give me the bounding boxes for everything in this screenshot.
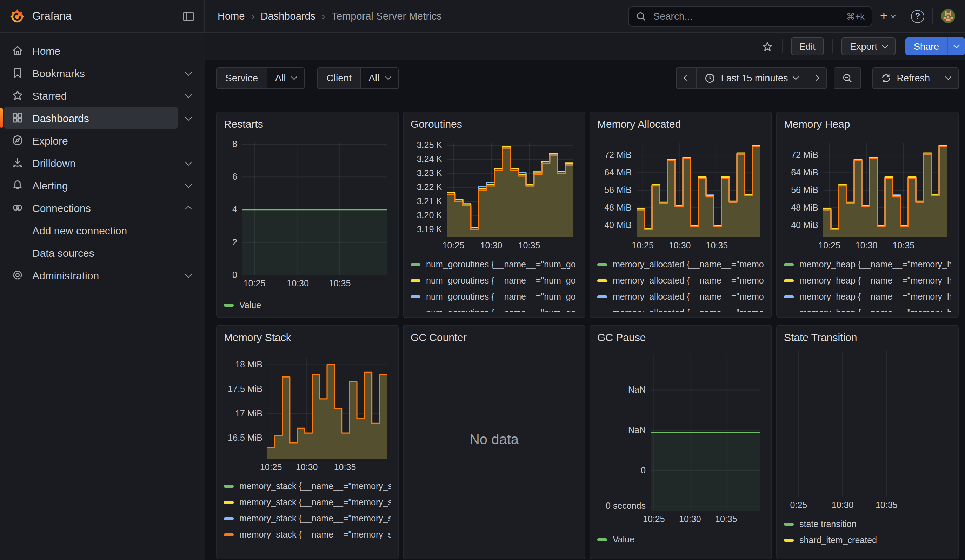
sidebar-item-label: Data sources: [32, 247, 95, 259]
legend-item[interactable]: memory_stack {__name__="memory_s: [224, 512, 391, 525]
gear-icon: [11, 269, 24, 281]
legend-item[interactable]: Value: [597, 533, 764, 546]
panel-title[interactable]: Memory Allocated: [597, 116, 764, 132]
legend-item[interactable]: state transition: [784, 518, 951, 531]
sidebar-toggle-icon[interactable]: [183, 10, 195, 22]
legend: memory_heap {__name__="memory_hmemory_he…: [784, 258, 951, 312]
goroutines-chart[interactable]: 3.25 K3.24 K3.23 K3.22 K3.21 K3.20 K3.19…: [411, 139, 577, 253]
panel-title[interactable]: GC Pause: [597, 330, 764, 345]
legend-item[interactable]: memory_heap {__name__="memory_h: [784, 291, 951, 303]
chevron-down-icon[interactable]: [185, 69, 192, 75]
svg-text:48 MiB: 48 MiB: [604, 202, 631, 212]
legend-item[interactable]: memory_stack {__name__="memory_s: [224, 496, 391, 509]
legend-item[interactable]: memory_allocated {__name__="memo: [597, 307, 764, 312]
service-filter-value[interactable]: All: [267, 68, 304, 88]
svg-text:10:25: 10:25: [643, 514, 665, 524]
svg-text:NaN: NaN: [628, 425, 646, 435]
chevron-down-icon[interactable]: [185, 113, 192, 120]
legend-item[interactable]: shard_item_created: [784, 534, 951, 547]
share-button[interactable]: Share: [905, 37, 947, 56]
client-filter[interactable]: Client All: [317, 67, 399, 89]
legend-item[interactable]: memory_heap {__name__="memory_h: [784, 274, 951, 287]
legend-marker: [411, 279, 420, 282]
sidebar-item-home[interactable]: Home: [0, 39, 205, 62]
grafana-logo[interactable]: [10, 9, 25, 23]
search-bar[interactable]: ⌘+k: [628, 6, 872, 26]
divider: [903, 8, 903, 24]
memory-stack-chart[interactable]: 18 MiB17.5 MiB17 MiB16.5 MiB10:2510:3010…: [224, 354, 391, 474]
time-forward-button[interactable]: [805, 68, 826, 88]
sidebar-item-add-new-connection[interactable]: Add new connection: [0, 219, 205, 242]
search-input[interactable]: [652, 10, 841, 23]
brand-area: Grafana: [0, 0, 205, 32]
sidebar-item-drilldown[interactable]: Drilldown: [0, 152, 205, 174]
sidebar-item-dashboards[interactable]: Dashboards: [0, 107, 205, 129]
chevron-down-icon[interactable]: [185, 158, 192, 165]
chevron-down-icon[interactable]: [185, 181, 192, 188]
legend-item[interactable]: memory_allocated {__name__="memo: [597, 274, 764, 287]
time-range-picker[interactable]: Last 15 minutes: [697, 68, 806, 88]
legend-item[interactable]: memory_stack {__name__="memory_s: [224, 528, 391, 541]
refresh-button[interactable]: Refresh: [873, 68, 938, 88]
zoom-out-button[interactable]: [833, 67, 861, 89]
memory-allocated-chart[interactable]: 72 MiB64 MiB56 MiB48 MiB40 MiB10:2510:30…: [597, 139, 764, 253]
restarts-chart[interactable]: 8642010:2510:3010:35: [224, 136, 391, 292]
star-icon: [11, 89, 24, 102]
panel-title[interactable]: State Transition: [784, 330, 951, 345]
legend-item[interactable]: memory_heap {__name__="memory_h: [784, 258, 951, 271]
grid-icon: [11, 112, 24, 124]
gc-pause-chart[interactable]: NaNNaN00 seconds10:2510:3010:35: [597, 349, 764, 526]
legend-marker: [597, 296, 607, 298]
legend: state transitionshard_item_created: [784, 518, 951, 547]
client-filter-value[interactable]: All: [360, 68, 397, 88]
legend: Value: [224, 299, 391, 312]
sidebar-item-connections[interactable]: Connections: [0, 196, 205, 219]
add-new-button[interactable]: +: [880, 10, 895, 22]
chevron-up-icon[interactable]: [185, 205, 192, 212]
chevron-down-icon[interactable]: [185, 91, 192, 98]
sidebar-item-label: Connections: [32, 202, 91, 214]
user-avatar[interactable]: [940, 8, 956, 24]
sidebar-nav: HomeBookmarksStarredDashboardsExploreDri…: [0, 33, 205, 560]
share-dropdown-button[interactable]: [947, 37, 965, 56]
legend-item[interactable]: Value: [224, 299, 391, 312]
help-icon[interactable]: ?: [911, 10, 924, 23]
panel-title[interactable]: Memory Heap: [784, 116, 951, 132]
sidebar-item-starred[interactable]: Starred: [0, 84, 205, 107]
sidebar-item-administration[interactable]: Administration: [0, 264, 205, 286]
legend-item[interactable]: num_goroutines {__name__="num_go: [411, 274, 577, 287]
legend-item[interactable]: num_goroutines {__name__="num_go: [411, 307, 577, 312]
panel-title[interactable]: Restarts: [224, 116, 391, 132]
export-button[interactable]: Export: [841, 37, 896, 56]
panel-title[interactable]: Goroutines: [411, 116, 577, 132]
refresh-interval-dropdown[interactable]: [938, 68, 958, 88]
legend-item[interactable]: memory_allocated {__name__="memo: [597, 291, 764, 303]
svg-text:10:30: 10:30: [669, 240, 691, 250]
legend-item[interactable]: memory_heap {__name__="memory_h: [784, 307, 951, 312]
service-filter[interactable]: Service All: [216, 67, 305, 89]
legend-item[interactable]: memory_stack {__name__="memory_s: [224, 480, 391, 493]
breadcrumb-item-dashboards[interactable]: Dashboards: [261, 11, 316, 22]
panel-title[interactable]: GC Counter: [411, 330, 577, 345]
client-filter-label: Client: [318, 68, 360, 88]
breadcrumb-item-home[interactable]: Home: [218, 11, 245, 22]
legend-marker: [224, 533, 234, 536]
time-back-button[interactable]: [677, 68, 697, 88]
sidebar-item-data-sources[interactable]: Data sources: [0, 242, 205, 264]
legend-item[interactable]: memory_allocated {__name__="memo: [597, 258, 764, 271]
sidebar-item-label: Administration: [32, 269, 99, 281]
sidebar-item-explore[interactable]: Explore: [0, 129, 205, 152]
svg-text:40 MiB: 40 MiB: [791, 220, 818, 230]
sidebar-item-bookmarks[interactable]: Bookmarks: [0, 62, 205, 84]
favorite-star-icon[interactable]: [761, 40, 773, 52]
panel-title[interactable]: Memory Stack: [224, 330, 391, 345]
memory-heap-chart[interactable]: 72 MiB64 MiB56 MiB48 MiB40 MiB10:2510:30…: [784, 139, 951, 253]
edit-button[interactable]: Edit: [791, 37, 824, 56]
panel-restarts: Restarts 8642010:2510:3010:35 Value: [216, 112, 399, 318]
chevron-down-icon[interactable]: [185, 271, 192, 278]
legend-item[interactable]: num_goroutines {__name__="num_go: [411, 258, 577, 271]
legend-item[interactable]: num_goroutines {__name__="num_go: [411, 291, 577, 303]
no-data-message: No data: [411, 345, 577, 533]
state-transition-chart[interactable]: 0:2510:3010:35: [784, 349, 951, 512]
sidebar-item-alerting[interactable]: Alerting: [0, 174, 205, 196]
